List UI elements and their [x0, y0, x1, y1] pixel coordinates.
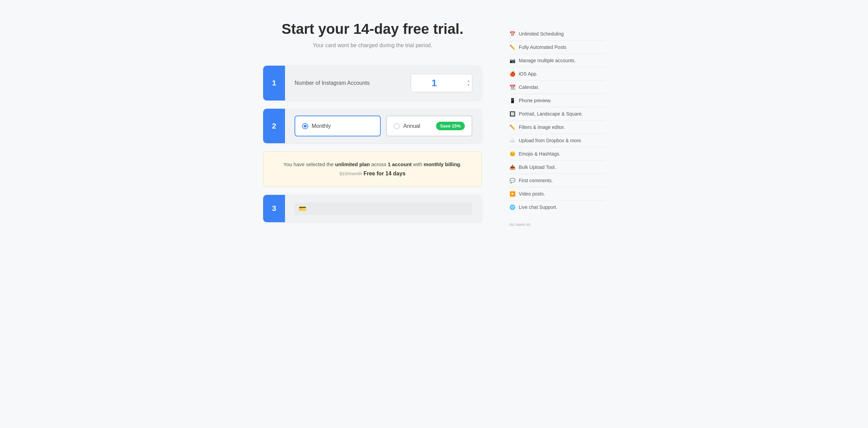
features-list: 📅 Unlimited Scheduling ✏️ Fully Automate… [509, 27, 605, 214]
as-seen-in: As seen in: [509, 222, 605, 227]
feature-icon: 💬 [509, 177, 515, 184]
accounts-label: Number of Instagram Accounts [295, 80, 411, 86]
sidebar-feature-item: 📅 Unlimited Scheduling [509, 27, 605, 41]
accounts-input-wrapper: ▲ ▼ [411, 74, 472, 92]
feature-icon: 📷 [509, 57, 515, 64]
feature-label: Filters & image editor. [519, 124, 565, 130]
feature-icon: 😊 [509, 151, 515, 157]
sidebar-feature-item: 🔲 Portrait, Landscape & Square. [509, 107, 605, 121]
sidebar-feature-item: 📤 Bulk Upload Tool. [509, 161, 605, 174]
step1-container: 1 Number of Instagram Accounts ▲ ▼ [263, 66, 482, 101]
feature-label: Fully Automated Posts [519, 44, 566, 50]
feature-label: Upload from Dropbox & more. [519, 138, 582, 143]
summary-pricing: $19/month Free for 14 days [274, 169, 471, 178]
summary-line1: You have selected the unlimited plan acr… [274, 160, 471, 169]
feature-label: Unlimited Scheduling [519, 31, 564, 37]
sidebar-feature-item: 🍎 iOS App. [509, 67, 605, 81]
radio-monthly [302, 123, 308, 129]
feature-icon: 📤 [509, 164, 515, 170]
spinner-down-button[interactable]: ▼ [467, 83, 470, 87]
sidebar-feature-item: ☁️ Upload from Dropbox & more. [509, 134, 605, 147]
feature-label: Bulk Upload Tool. [519, 164, 556, 170]
step3-number: 3 [263, 195, 285, 222]
accounts-input[interactable] [411, 74, 472, 92]
sidebar-feature-item: 🌐 Live chat Support. [509, 201, 605, 214]
billing-label-annual: Annual [403, 123, 433, 129]
sidebar: 📅 Unlimited Scheduling ✏️ Fully Automate… [509, 21, 605, 230]
billing-option-monthly[interactable]: Monthly [295, 116, 381, 136]
step2-number: 2 [263, 109, 285, 143]
spinner-buttons: ▲ ▼ [467, 79, 470, 87]
feature-icon: ✏️ [509, 124, 515, 130]
step1-body: Number of Instagram Accounts ▲ ▼ [285, 66, 482, 101]
sidebar-feature-item: ✏️ Fully Automated Posts [509, 41, 605, 54]
feature-label: Manage multiple accounts. [519, 58, 576, 63]
feature-icon: 🍎 [509, 71, 515, 77]
feature-label: Video posts. [519, 191, 545, 197]
feature-label: Phone preview. [519, 98, 552, 103]
sidebar-feature-item: 📆 Calendar. [509, 81, 605, 94]
step2-container: 2 Monthly Annual Save 15% [263, 109, 482, 143]
card-input-area: 💳 [295, 202, 472, 215]
feature-label: iOS App. [519, 71, 538, 77]
feature-label: Portrait, Landscape & Square. [519, 111, 583, 117]
feature-icon: 🔲 [509, 111, 515, 117]
sidebar-feature-item: 📱 Phone preview. [509, 94, 605, 107]
sidebar-feature-item: 📷 Manage multiple accounts. [509, 54, 605, 67]
feature-label: Calendar. [519, 84, 539, 90]
feature-icon: 🌐 [509, 204, 515, 210]
page-title: Start your 14-day free trial. [263, 21, 482, 38]
billing-option-annual[interactable]: Annual Save 15% [386, 116, 472, 136]
step1-number: 1 [263, 66, 285, 101]
card-icon: 💳 [299, 205, 306, 212]
feature-icon: ✏️ [509, 44, 515, 50]
feature-label: Emojis & Hashtags. [519, 151, 560, 157]
billing-label-monthly: Monthly [312, 123, 373, 129]
save-badge: Save 15% [436, 122, 465, 130]
step2-body: Monthly Annual Save 15% [285, 109, 482, 143]
sidebar-feature-item: ▶️ Video posts. [509, 187, 605, 201]
feature-icon: ☁️ [509, 137, 515, 144]
main-content: Start your 14-day free trial. Your card … [263, 21, 482, 230]
sidebar-feature-item: ✏️ Filters & image editor. [509, 121, 605, 134]
feature-label: Live chat Support. [519, 204, 557, 210]
step3-container: 3 💳 [263, 195, 482, 222]
summary-box: You have selected the unlimited plan acr… [263, 151, 482, 187]
feature-label: First comments. [519, 178, 553, 183]
step3-body: 💳 [285, 195, 482, 222]
sidebar-feature-item: 😊 Emojis & Hashtags. [509, 147, 605, 161]
page-subtitle: Your card wont be charged during the tri… [263, 42, 482, 49]
sidebar-feature-item: 💬 First comments. [509, 174, 605, 187]
feature-icon: ▶️ [509, 191, 515, 197]
feature-icon: 📅 [509, 31, 515, 37]
radio-annual [394, 123, 400, 129]
billing-options: Monthly Annual Save 15% [295, 116, 472, 136]
feature-icon: 📆 [509, 84, 515, 90]
feature-icon: 📱 [509, 97, 515, 104]
spinner-up-button[interactable]: ▲ [467, 79, 470, 83]
